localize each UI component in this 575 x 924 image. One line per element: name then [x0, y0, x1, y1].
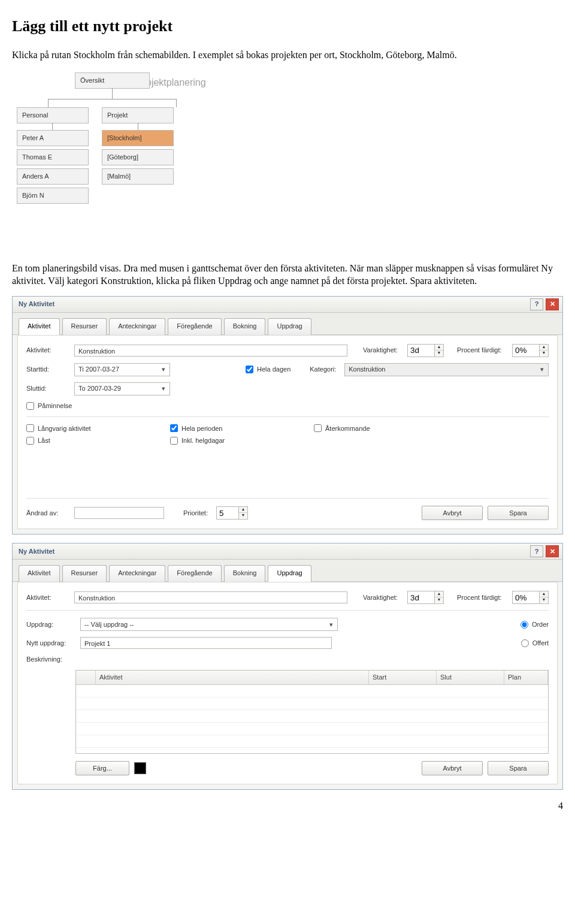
schema-item-goteborg[interactable]: [Göteborg] — [102, 149, 174, 165]
schema-item-malmo[interactable]: [Malmö] — [102, 168, 174, 185]
checkbox-aterkommande[interactable]: Återkommande — [314, 424, 404, 433]
save-button[interactable]: Spara — [488, 761, 549, 775]
select-uppdrag[interactable]: -- Välj uppdrag -- ▾ — [80, 618, 338, 631]
help-icon[interactable]: ? — [530, 298, 543, 310]
schema-item: Anders A — [17, 168, 89, 185]
tab-resurser[interactable]: Resurser — [62, 318, 107, 335]
radio-order-label: Order — [532, 620, 549, 629]
radio-offert-label: Offert — [532, 639, 549, 648]
radio-order-input[interactable] — [520, 621, 528, 629]
th-aktivitet: Aktivitet — [96, 671, 369, 684]
radio-order[interactable]: Order — [520, 620, 549, 629]
tab-bokning[interactable]: Bokning — [224, 318, 266, 335]
checkbox-last[interactable]: Låst — [26, 436, 116, 445]
schema-item: Thomas E — [17, 149, 89, 165]
checkbox-inkl-helg-label: Inkl. helgdagar — [181, 436, 225, 445]
select-starttid[interactable]: Ti 2007-03-27 ▾ — [74, 363, 170, 376]
checkbox-hela-dagen[interactable]: Hela dagen — [246, 365, 290, 374]
tab-aktivitet[interactable]: Aktivitet — [19, 565, 60, 582]
body-para-2: En tom planeringsbild visas. Dra med mus… — [12, 262, 563, 288]
spinner-prioritet[interactable]: ▲▼ — [216, 506, 248, 520]
schema-item: Björn N — [17, 188, 89, 204]
tab-foregaende[interactable]: Föregående — [168, 565, 221, 582]
spinner-up-icon[interactable]: ▲ — [435, 345, 443, 351]
spinner-down-icon[interactable]: ▼ — [540, 597, 548, 603]
checkbox-inkl-helg-input[interactable] — [170, 437, 178, 445]
tab-aktivitet[interactable]: Aktivitet — [19, 318, 60, 335]
checkbox-aterkommande-input[interactable] — [314, 424, 322, 432]
tab-resurser[interactable]: Resurser — [62, 565, 107, 582]
tab-uppdrag[interactable]: Uppdrag — [268, 318, 311, 335]
spinner-varaktighet-input[interactable] — [407, 344, 435, 357]
checkbox-hela-dagen-input[interactable] — [246, 366, 253, 373]
chevron-down-icon: ▾ — [537, 365, 547, 374]
spinner-up-icon[interactable]: ▲ — [540, 591, 548, 597]
schema-item-stockholm[interactable]: [Stockholm] — [102, 130, 174, 146]
radio-offert[interactable]: Offert — [521, 639, 549, 648]
dialog-ny-aktivitet-2: Ny Aktivitet ? ✕ Aktivitet Resurser Ante… — [12, 543, 563, 790]
select-sluttid-value: To 2007-03-29 — [78, 384, 121, 393]
spinner-down-icon[interactable]: ▼ — [239, 513, 247, 518]
spinner-up-icon[interactable]: ▲ — [435, 591, 443, 597]
help-icon[interactable]: ? — [530, 545, 543, 557]
spinner-up-icon[interactable]: ▲ — [239, 507, 247, 513]
checkbox-inkl-helg[interactable]: Inkl. helgdagar — [170, 436, 260, 445]
spinner-down-icon[interactable]: ▼ — [435, 351, 443, 356]
spinner-varaktighet-input[interactable] — [407, 591, 435, 604]
cancel-button[interactable]: Avbryt — [422, 506, 483, 520]
input-andrad-av[interactable] — [74, 507, 164, 519]
checkbox-last-input[interactable] — [26, 437, 34, 445]
spinner-down-icon[interactable]: ▼ — [540, 351, 548, 356]
label-aktivitet: Aktivitet: — [26, 593, 69, 602]
checkbox-langvarig-input[interactable] — [26, 424, 34, 432]
schema-line — [48, 99, 177, 99]
checkbox-hela-perioden[interactable]: Hela perioden — [170, 424, 260, 433]
spinner-procent[interactable]: ▲▼ — [512, 344, 549, 357]
label-varaktighet: Varaktighet: — [363, 593, 402, 602]
select-uppdrag-value: -- Välj uppdrag -- — [84, 620, 134, 629]
radio-offert-input[interactable] — [521, 639, 529, 647]
schema-line — [52, 123, 53, 130]
input-aktivitet[interactable]: Konstruktion — [74, 345, 347, 357]
spinner-varaktighet[interactable]: ▲▼ — [407, 591, 444, 604]
table: Aktivitet Start Slut Plan — [75, 670, 549, 754]
tab-uppdrag[interactable]: Uppdrag — [268, 565, 311, 582]
close-icon[interactable]: ✕ — [546, 545, 559, 557]
save-button[interactable]: Spara — [488, 506, 549, 520]
tab-foregaende[interactable]: Föregående — [168, 318, 221, 335]
tab-anteckningar[interactable]: Anteckningar — [109, 565, 165, 582]
select-kategori[interactable]: Konstruktion ▾ — [344, 363, 549, 376]
spinner-prioritet-input[interactable] — [216, 506, 239, 520]
schema-line — [176, 99, 177, 107]
spinner-procent-input[interactable] — [512, 591, 540, 604]
checkbox-hela-perioden-input[interactable] — [170, 424, 178, 432]
spinner-procent[interactable]: ▲▼ — [512, 591, 549, 604]
label-prioritet: Prioritet: — [183, 509, 208, 518]
dialog-title: Ny Aktivitet — [19, 300, 55, 309]
checkbox-paminnelse-label: Påminnelse — [38, 401, 72, 410]
dialog-ny-aktivitet-1: Ny Aktivitet ? ✕ Aktivitet Resurser Ante… — [12, 296, 563, 535]
tab-bokning[interactable]: Bokning — [224, 565, 266, 582]
schema-item: Peter A — [17, 130, 89, 146]
input-nytt-uppdrag[interactable]: Projekt 1 — [80, 637, 332, 649]
checkbox-last-label: Låst — [38, 436, 50, 445]
input-aktivitet[interactable]: Konstruktion — [74, 591, 347, 603]
color-button[interactable]: Färg... — [75, 761, 129, 775]
label-procent: Procent färdigt: — [457, 346, 507, 355]
label-kategori: Kategori: — [310, 365, 340, 374]
cancel-button[interactable]: Avbryt — [422, 761, 483, 775]
select-sluttid[interactable]: To 2007-03-29 ▾ — [74, 382, 170, 395]
checkbox-paminnelse[interactable]: Påminnelse — [26, 401, 72, 410]
tab-anteckningar[interactable]: Anteckningar — [109, 318, 165, 335]
spinner-down-icon[interactable]: ▼ — [435, 597, 443, 603]
checkbox-paminnelse-input[interactable] — [26, 402, 34, 410]
label-aktivitet: Aktivitet: — [26, 346, 69, 355]
th-slut: Slut — [437, 671, 504, 684]
spinner-procent-input[interactable] — [512, 344, 540, 357]
checkbox-langvarig[interactable]: Långvarig aktivitet — [26, 424, 116, 433]
spinner-varaktighet[interactable]: ▲▼ — [407, 344, 444, 357]
close-icon[interactable]: ✕ — [546, 298, 559, 310]
spinner-up-icon[interactable]: ▲ — [540, 345, 548, 351]
separator — [26, 498, 549, 499]
chevron-down-icon: ▾ — [159, 365, 168, 374]
